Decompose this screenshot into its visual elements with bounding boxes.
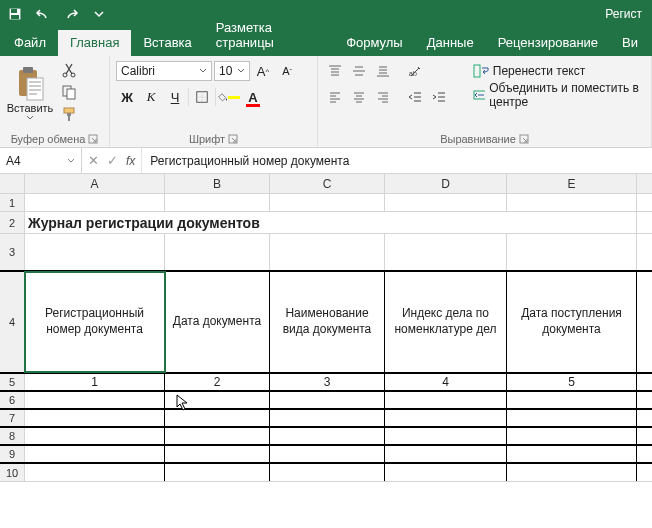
row-header[interactable]: 5 <box>0 374 25 390</box>
align-bottom-button[interactable] <box>372 60 394 82</box>
fx-icon[interactable]: fx <box>126 154 135 168</box>
row-header[interactable]: 4 <box>0 272 25 372</box>
col-header[interactable]: E <box>507 174 637 193</box>
row-header[interactable]: 1 <box>0 194 25 211</box>
cell[interactable]: 4 <box>385 374 507 390</box>
row-header[interactable]: 8 <box>0 428 25 444</box>
svg-rect-12 <box>67 113 71 116</box>
font-name-value: Calibri <box>121 64 155 78</box>
align-center-button[interactable] <box>348 86 370 108</box>
paste-button[interactable]: Вставить <box>6 60 54 122</box>
name-box-value: A4 <box>6 154 21 168</box>
cell[interactable]: Наименование вида документа <box>270 272 385 372</box>
row-header[interactable]: 6 <box>0 392 25 408</box>
row-header[interactable]: 3 <box>0 234 25 270</box>
copy-button[interactable] <box>58 82 80 102</box>
increase-indent-button[interactable] <box>428 86 450 108</box>
tab-insert[interactable]: Вставка <box>131 30 203 56</box>
row-header[interactable]: 9 <box>0 446 25 462</box>
cell[interactable]: 3 <box>270 374 385 390</box>
chevron-down-icon <box>237 67 245 75</box>
dialog-launcher-icon[interactable] <box>88 134 98 144</box>
cell[interactable]: Регистрационный номер документа <box>25 272 165 372</box>
align-right-button[interactable] <box>372 86 394 108</box>
formula-input[interactable]: Регистрационный номер документа <box>142 148 652 173</box>
svg-rect-18 <box>474 65 480 77</box>
decrease-indent-button[interactable] <box>404 86 426 108</box>
font-size-value: 10 <box>219 64 232 78</box>
cell[interactable]: 1 <box>25 374 165 390</box>
row-header[interactable]: 7 <box>0 410 25 426</box>
font-size-combo[interactable]: 10 <box>214 61 250 81</box>
tab-review[interactable]: Рецензирование <box>486 30 610 56</box>
col-header[interactable]: B <box>165 174 270 193</box>
worksheet[interactable]: A B C D E 1 2 Журнал регистрации докумен… <box>0 174 652 482</box>
align-left-button[interactable] <box>324 86 346 108</box>
svg-point-7 <box>63 73 67 77</box>
group-clipboard-label: Буфер обмена <box>11 133 86 145</box>
row-header[interactable]: 10 <box>0 464 25 481</box>
tab-view[interactable]: Ви <box>610 30 650 56</box>
orientation-button[interactable]: ab <box>404 60 426 82</box>
align-middle-button[interactable] <box>348 60 370 82</box>
merge-center-button[interactable]: Объединить и поместить в центре <box>467 84 645 106</box>
svg-rect-10 <box>67 89 75 99</box>
decrease-font-button[interactable]: Aˇ <box>276 60 298 82</box>
cell[interactable]: 2 <box>165 374 270 390</box>
group-font-label: Шрифт <box>189 133 225 145</box>
font-name-combo[interactable]: Calibri <box>116 61 212 81</box>
enter-icon[interactable]: ✓ <box>107 153 118 168</box>
cell[interactable]: 5 <box>507 374 637 390</box>
format-painter-button[interactable] <box>58 104 80 124</box>
select-all-button[interactable] <box>0 174 25 193</box>
align-top-button[interactable] <box>324 60 346 82</box>
tab-file[interactable]: Файл <box>2 30 58 56</box>
dialog-launcher-icon[interactable] <box>519 134 529 144</box>
tab-page-layout[interactable]: Разметка страницы <box>204 15 334 56</box>
col-header[interactable]: C <box>270 174 385 193</box>
chevron-down-icon <box>26 114 34 122</box>
group-alignment: ab Перенести текст <box>318 56 652 147</box>
chevron-down-icon <box>67 157 75 165</box>
tab-home[interactable]: Главная <box>58 30 131 56</box>
undo-button[interactable] <box>32 3 54 25</box>
wrap-text-button[interactable]: Перенести текст <box>467 60 645 82</box>
svg-rect-13 <box>68 116 70 121</box>
group-alignment-label: Выравнивание <box>440 133 516 145</box>
redo-button[interactable] <box>60 3 82 25</box>
col-header[interactable]: D <box>385 174 507 193</box>
group-font: Calibri 10 A^ Aˇ Ж К Ч <box>110 56 318 147</box>
cell[interactable]: Дата поступления документа <box>507 272 637 372</box>
qat-customize-icon[interactable] <box>88 3 110 25</box>
cell[interactable]: Индекс дела по номенклатуре дел <box>385 272 507 372</box>
bold-button[interactable]: Ж <box>116 86 138 108</box>
svg-point-8 <box>71 73 75 77</box>
cut-button[interactable] <box>58 60 80 80</box>
svg-rect-3 <box>11 15 19 19</box>
tab-data[interactable]: Данные <box>415 30 486 56</box>
dialog-launcher-icon[interactable] <box>228 134 238 144</box>
cell-title[interactable]: Журнал регистрации документов <box>25 212 637 233</box>
ribbon-tabs: Файл Главная Вставка Разметка страницы Ф… <box>0 28 652 56</box>
svg-text:ab: ab <box>409 70 417 77</box>
quick-access-toolbar <box>4 3 110 25</box>
fill-color-button[interactable] <box>218 86 240 108</box>
increase-font-button[interactable]: A^ <box>252 60 274 82</box>
svg-rect-5 <box>23 67 33 73</box>
ribbon: Вставить Буфер обмена <box>0 56 652 148</box>
cell[interactable]: Дата документа <box>165 272 270 372</box>
borders-button[interactable] <box>191 86 213 108</box>
cancel-icon[interactable]: ✕ <box>88 153 99 168</box>
font-color-button[interactable]: A <box>242 86 264 108</box>
window-title: Регист <box>110 7 648 21</box>
italic-button[interactable]: К <box>140 86 162 108</box>
merge-center-label: Объединить и поместить в центре <box>489 81 639 109</box>
name-box[interactable]: A4 <box>0 148 82 173</box>
row-header[interactable]: 2 <box>0 212 25 233</box>
tab-formulas[interactable]: Формулы <box>334 30 415 56</box>
col-header[interactable]: A <box>25 174 165 193</box>
save-button[interactable] <box>4 3 26 25</box>
wrap-text-label: Перенести текст <box>493 64 585 78</box>
chevron-down-icon <box>199 67 207 75</box>
underline-button[interactable]: Ч <box>164 86 186 108</box>
